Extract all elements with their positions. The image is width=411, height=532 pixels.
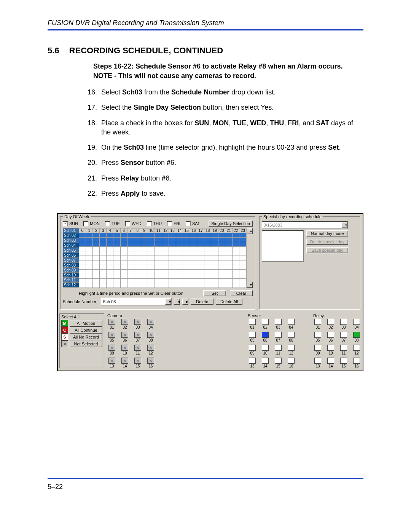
grid-cell[interactable] bbox=[204, 242, 211, 247]
grid-cell[interactable] bbox=[100, 279, 107, 283]
grid-cell[interactable] bbox=[218, 274, 225, 279]
grid-cell[interactable] bbox=[113, 256, 120, 260]
grid-cell[interactable] bbox=[197, 279, 204, 283]
relay-button-05[interactable] bbox=[314, 332, 321, 338]
grid-cell[interactable] bbox=[162, 251, 169, 256]
sensor-button-15[interactable] bbox=[275, 358, 282, 364]
sensor-button-16[interactable] bbox=[288, 358, 295, 364]
grid-cell[interactable] bbox=[134, 279, 141, 283]
grid-cell[interactable] bbox=[218, 233, 225, 238]
grid-cell[interactable] bbox=[162, 233, 169, 238]
grid-cell[interactable] bbox=[113, 247, 120, 251]
grid-cell[interactable] bbox=[169, 279, 176, 283]
grid-cell[interactable] bbox=[232, 265, 239, 270]
grid-cell[interactable] bbox=[218, 251, 225, 256]
relay-button-11[interactable] bbox=[340, 345, 347, 351]
grid-cell[interactable] bbox=[86, 238, 93, 242]
schedule-row-label[interactable]: Sch 07 bbox=[63, 258, 79, 263]
grid-cell[interactable] bbox=[134, 242, 141, 247]
grid-cell[interactable] bbox=[93, 260, 100, 265]
grid-cell[interactable] bbox=[155, 247, 162, 251]
grid-cell[interactable] bbox=[86, 247, 93, 251]
grid-cell[interactable] bbox=[107, 260, 113, 265]
grid-cell[interactable] bbox=[176, 251, 183, 256]
grid-cell[interactable] bbox=[86, 256, 93, 260]
grid-cell[interactable] bbox=[141, 270, 148, 274]
grid-cell[interactable] bbox=[86, 265, 93, 270]
camera-button-12[interactable]: ✕ bbox=[147, 345, 154, 351]
grid-cell[interactable] bbox=[93, 247, 100, 251]
grid-cell[interactable] bbox=[86, 251, 93, 256]
grid-cell[interactable] bbox=[141, 233, 148, 238]
relay-button-09[interactable] bbox=[314, 345, 321, 351]
grid-cell[interactable] bbox=[107, 247, 113, 251]
grid-cell[interactable] bbox=[107, 242, 113, 247]
grid-cell[interactable] bbox=[239, 279, 247, 283]
grid-cell[interactable] bbox=[169, 251, 176, 256]
grid-cell[interactable] bbox=[134, 270, 141, 274]
schedule-grid[interactable]: 01234567891011121314151617181920212223 bbox=[79, 228, 247, 288]
grid-cell[interactable] bbox=[190, 256, 197, 260]
grid-cell[interactable] bbox=[141, 238, 148, 242]
grid-cell[interactable] bbox=[141, 251, 148, 256]
grid-cell[interactable] bbox=[113, 233, 120, 238]
grid-cell[interactable] bbox=[86, 270, 93, 274]
grid-cell[interactable] bbox=[197, 283, 204, 288]
grid-cell[interactable] bbox=[79, 251, 86, 256]
grid-cell[interactable] bbox=[86, 233, 93, 238]
single-day-selection-button[interactable]: Single Day Selection bbox=[209, 220, 253, 227]
relay-button-03[interactable] bbox=[340, 319, 347, 325]
grid-cell[interactable] bbox=[211, 247, 218, 251]
grid-cell[interactable] bbox=[204, 283, 211, 288]
grid-cell[interactable] bbox=[86, 242, 93, 247]
grid-cell[interactable] bbox=[93, 265, 100, 270]
grid-cell[interactable] bbox=[148, 279, 155, 283]
grid-cell[interactable] bbox=[162, 283, 169, 288]
grid-cell[interactable] bbox=[169, 247, 176, 251]
grid-cell[interactable] bbox=[141, 247, 148, 251]
grid-cell[interactable] bbox=[107, 274, 113, 279]
delete-special-day-button[interactable]: Delete special day bbox=[306, 239, 348, 245]
grid-cell[interactable] bbox=[239, 260, 247, 265]
camera-button-10[interactable]: ✕ bbox=[121, 345, 128, 351]
grid-scrollbar[interactable]: ▲ ▼ bbox=[247, 228, 253, 288]
grid-cell[interactable] bbox=[169, 238, 176, 242]
special-day-listbox[interactable] bbox=[262, 230, 304, 262]
sensor-button-01[interactable] bbox=[249, 319, 256, 325]
grid-cell[interactable] bbox=[148, 283, 155, 288]
grid-cell[interactable] bbox=[232, 233, 239, 238]
schedule-row-label[interactable]: Sch 02 bbox=[63, 233, 79, 238]
grid-cell[interactable] bbox=[190, 279, 197, 283]
grid-cell[interactable] bbox=[79, 256, 86, 260]
grid-cell[interactable] bbox=[141, 256, 148, 260]
grid-cell[interactable] bbox=[155, 242, 162, 247]
grid-cell[interactable] bbox=[183, 238, 190, 242]
grid-cell[interactable] bbox=[100, 251, 107, 256]
grid-cell[interactable] bbox=[197, 247, 204, 251]
grid-cell[interactable] bbox=[127, 251, 134, 256]
grid-cell[interactable] bbox=[79, 279, 86, 283]
grid-cell[interactable] bbox=[190, 274, 197, 279]
grid-cell[interactable] bbox=[93, 251, 100, 256]
relay-button-02[interactable] bbox=[327, 319, 334, 325]
grid-cell[interactable] bbox=[79, 260, 86, 265]
grid-cell[interactable] bbox=[141, 283, 148, 288]
grid-cell[interactable] bbox=[190, 233, 197, 238]
grid-cell[interactable] bbox=[107, 251, 113, 256]
grid-cell[interactable] bbox=[162, 256, 169, 260]
grid-cell[interactable] bbox=[239, 251, 247, 256]
schedule-row-label[interactable]: Sch 08 bbox=[63, 263, 79, 268]
grid-cell[interactable] bbox=[211, 242, 218, 247]
grid-cell[interactable] bbox=[211, 265, 218, 270]
grid-cell[interactable] bbox=[225, 251, 233, 256]
grid-cell[interactable] bbox=[120, 238, 127, 242]
grid-cell[interactable] bbox=[176, 279, 183, 283]
grid-cell[interactable] bbox=[79, 274, 86, 279]
grid-cell[interactable] bbox=[100, 260, 107, 265]
grid-cell[interactable] bbox=[148, 265, 155, 270]
grid-cell[interactable] bbox=[239, 238, 247, 242]
grid-cell[interactable] bbox=[113, 283, 120, 288]
grid-cell[interactable] bbox=[127, 238, 134, 242]
grid-cell[interactable] bbox=[86, 283, 93, 288]
camera-button-06[interactable]: ✕ bbox=[121, 332, 128, 338]
